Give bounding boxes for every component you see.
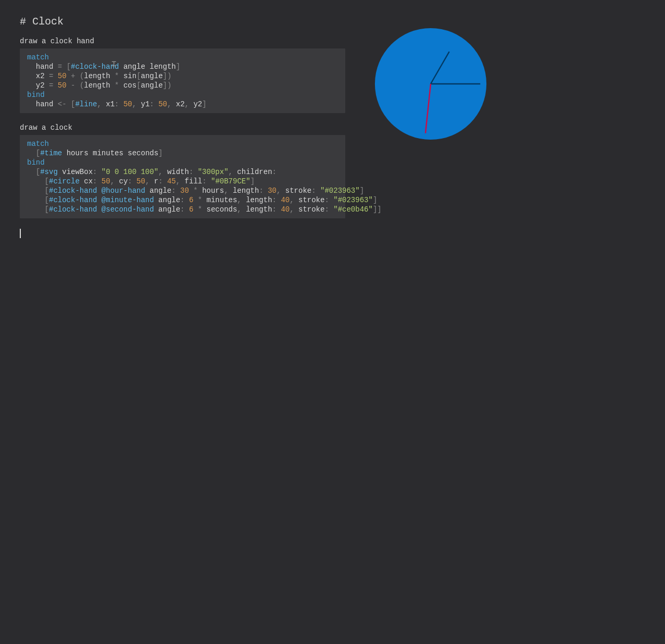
keyword-match: match — [27, 140, 49, 148]
keyword-bind: bind — [27, 158, 45, 167]
code-block-2[interactable]: match [#time hours minutes seconds] bind… — [20, 135, 345, 218]
output-panel — [345, 16, 665, 238]
code-block-1[interactable]: ⌶match hand = [#clock-hand angle length]… — [20, 48, 345, 113]
document-title: # Clock — [20, 16, 345, 28]
keyword-bind: bind — [27, 91, 45, 99]
section-label-1: draw a clock hand — [20, 37, 345, 45]
editor-panel[interactable]: # Clock draw a clock hand ⌶match hand = … — [20, 16, 345, 238]
clock-svg — [369, 22, 493, 146]
editor-cursor — [20, 229, 21, 238]
section-label-2: draw a clock — [20, 123, 345, 132]
keyword-match: match — [27, 53, 49, 61]
